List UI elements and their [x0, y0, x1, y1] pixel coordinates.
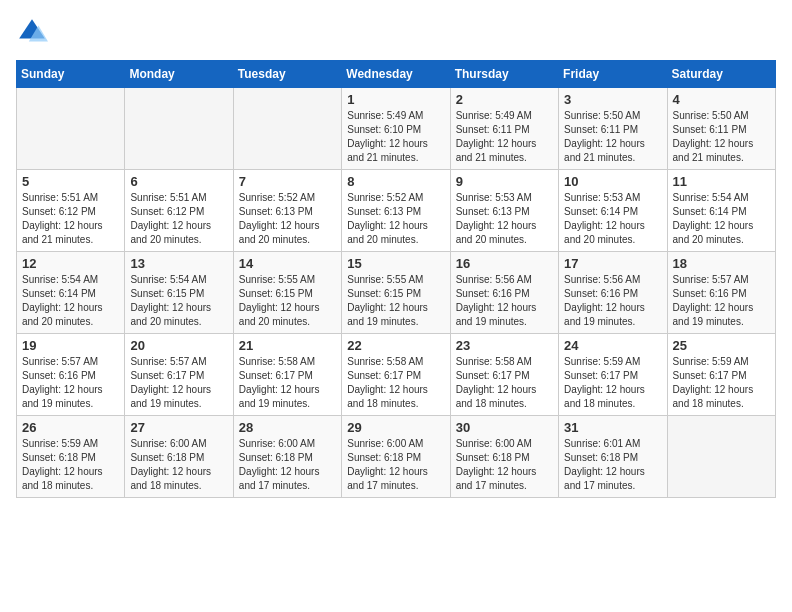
- day-info: Sunrise: 5:53 AM Sunset: 6:13 PM Dayligh…: [456, 191, 553, 247]
- calendar-cell: 7Sunrise: 5:52 AM Sunset: 6:13 PM Daylig…: [233, 170, 341, 252]
- day-info: Sunrise: 5:54 AM Sunset: 6:14 PM Dayligh…: [673, 191, 770, 247]
- day-info: Sunrise: 5:58 AM Sunset: 6:17 PM Dayligh…: [347, 355, 444, 411]
- day-number: 29: [347, 420, 444, 435]
- page-header: [16, 16, 776, 48]
- logo: [16, 16, 52, 48]
- calendar-cell: 9Sunrise: 5:53 AM Sunset: 6:13 PM Daylig…: [450, 170, 558, 252]
- day-info: Sunrise: 5:58 AM Sunset: 6:17 PM Dayligh…: [239, 355, 336, 411]
- day-number: 14: [239, 256, 336, 271]
- logo-icon: [16, 16, 48, 48]
- calendar-cell: [667, 416, 775, 498]
- calendar-cell: 13Sunrise: 5:54 AM Sunset: 6:15 PM Dayli…: [125, 252, 233, 334]
- calendar-cell: 12Sunrise: 5:54 AM Sunset: 6:14 PM Dayli…: [17, 252, 125, 334]
- day-number: 20: [130, 338, 227, 353]
- day-info: Sunrise: 5:55 AM Sunset: 6:15 PM Dayligh…: [347, 273, 444, 329]
- day-info: Sunrise: 5:51 AM Sunset: 6:12 PM Dayligh…: [22, 191, 119, 247]
- calendar-cell: 1Sunrise: 5:49 AM Sunset: 6:10 PM Daylig…: [342, 88, 450, 170]
- calendar-cell: 21Sunrise: 5:58 AM Sunset: 6:17 PM Dayli…: [233, 334, 341, 416]
- day-number: 11: [673, 174, 770, 189]
- day-info: Sunrise: 5:58 AM Sunset: 6:17 PM Dayligh…: [456, 355, 553, 411]
- calendar-cell: 4Sunrise: 5:50 AM Sunset: 6:11 PM Daylig…: [667, 88, 775, 170]
- day-number: 18: [673, 256, 770, 271]
- day-info: Sunrise: 5:56 AM Sunset: 6:16 PM Dayligh…: [456, 273, 553, 329]
- day-number: 1: [347, 92, 444, 107]
- day-number: 24: [564, 338, 661, 353]
- calendar-cell: 17Sunrise: 5:56 AM Sunset: 6:16 PM Dayli…: [559, 252, 667, 334]
- calendar-cell: [17, 88, 125, 170]
- day-info: Sunrise: 5:49 AM Sunset: 6:11 PM Dayligh…: [456, 109, 553, 165]
- day-info: Sunrise: 5:49 AM Sunset: 6:10 PM Dayligh…: [347, 109, 444, 165]
- day-info: Sunrise: 6:00 AM Sunset: 6:18 PM Dayligh…: [130, 437, 227, 493]
- calendar-cell: 22Sunrise: 5:58 AM Sunset: 6:17 PM Dayli…: [342, 334, 450, 416]
- calendar-cell: 3Sunrise: 5:50 AM Sunset: 6:11 PM Daylig…: [559, 88, 667, 170]
- calendar-cell: 27Sunrise: 6:00 AM Sunset: 6:18 PM Dayli…: [125, 416, 233, 498]
- calendar-cell: 16Sunrise: 5:56 AM Sunset: 6:16 PM Dayli…: [450, 252, 558, 334]
- day-number: 6: [130, 174, 227, 189]
- day-number: 25: [673, 338, 770, 353]
- day-header-thursday: Thursday: [450, 61, 558, 88]
- day-info: Sunrise: 5:52 AM Sunset: 6:13 PM Dayligh…: [347, 191, 444, 247]
- day-number: 28: [239, 420, 336, 435]
- calendar-week-row: 26Sunrise: 5:59 AM Sunset: 6:18 PM Dayli…: [17, 416, 776, 498]
- day-header-sunday: Sunday: [17, 61, 125, 88]
- day-number: 21: [239, 338, 336, 353]
- day-number: 17: [564, 256, 661, 271]
- calendar-cell: [125, 88, 233, 170]
- day-number: 5: [22, 174, 119, 189]
- day-number: 26: [22, 420, 119, 435]
- calendar-cell: [233, 88, 341, 170]
- day-info: Sunrise: 6:01 AM Sunset: 6:18 PM Dayligh…: [564, 437, 661, 493]
- day-info: Sunrise: 5:50 AM Sunset: 6:11 PM Dayligh…: [564, 109, 661, 165]
- calendar-cell: 30Sunrise: 6:00 AM Sunset: 6:18 PM Dayli…: [450, 416, 558, 498]
- day-info: Sunrise: 5:59 AM Sunset: 6:17 PM Dayligh…: [673, 355, 770, 411]
- day-number: 9: [456, 174, 553, 189]
- days-header-row: SundayMondayTuesdayWednesdayThursdayFrid…: [17, 61, 776, 88]
- calendar-week-row: 19Sunrise: 5:57 AM Sunset: 6:16 PM Dayli…: [17, 334, 776, 416]
- day-number: 27: [130, 420, 227, 435]
- day-number: 16: [456, 256, 553, 271]
- day-header-saturday: Saturday: [667, 61, 775, 88]
- day-number: 30: [456, 420, 553, 435]
- day-number: 19: [22, 338, 119, 353]
- day-number: 12: [22, 256, 119, 271]
- day-number: 13: [130, 256, 227, 271]
- calendar-cell: 23Sunrise: 5:58 AM Sunset: 6:17 PM Dayli…: [450, 334, 558, 416]
- day-info: Sunrise: 5:51 AM Sunset: 6:12 PM Dayligh…: [130, 191, 227, 247]
- day-number: 31: [564, 420, 661, 435]
- day-info: Sunrise: 6:00 AM Sunset: 6:18 PM Dayligh…: [239, 437, 336, 493]
- calendar-cell: 20Sunrise: 5:57 AM Sunset: 6:17 PM Dayli…: [125, 334, 233, 416]
- day-number: 10: [564, 174, 661, 189]
- calendar-cell: 24Sunrise: 5:59 AM Sunset: 6:17 PM Dayli…: [559, 334, 667, 416]
- day-info: Sunrise: 6:00 AM Sunset: 6:18 PM Dayligh…: [347, 437, 444, 493]
- calendar-table: SundayMondayTuesdayWednesdayThursdayFrid…: [16, 60, 776, 498]
- calendar-cell: 11Sunrise: 5:54 AM Sunset: 6:14 PM Dayli…: [667, 170, 775, 252]
- day-info: Sunrise: 5:55 AM Sunset: 6:15 PM Dayligh…: [239, 273, 336, 329]
- calendar-cell: 15Sunrise: 5:55 AM Sunset: 6:15 PM Dayli…: [342, 252, 450, 334]
- calendar-cell: 14Sunrise: 5:55 AM Sunset: 6:15 PM Dayli…: [233, 252, 341, 334]
- day-info: Sunrise: 5:59 AM Sunset: 6:17 PM Dayligh…: [564, 355, 661, 411]
- calendar-cell: 25Sunrise: 5:59 AM Sunset: 6:17 PM Dayli…: [667, 334, 775, 416]
- day-info: Sunrise: 5:59 AM Sunset: 6:18 PM Dayligh…: [22, 437, 119, 493]
- day-number: 7: [239, 174, 336, 189]
- calendar-cell: 10Sunrise: 5:53 AM Sunset: 6:14 PM Dayli…: [559, 170, 667, 252]
- calendar-cell: 18Sunrise: 5:57 AM Sunset: 6:16 PM Dayli…: [667, 252, 775, 334]
- day-header-wednesday: Wednesday: [342, 61, 450, 88]
- day-info: Sunrise: 6:00 AM Sunset: 6:18 PM Dayligh…: [456, 437, 553, 493]
- day-info: Sunrise: 5:54 AM Sunset: 6:14 PM Dayligh…: [22, 273, 119, 329]
- day-info: Sunrise: 5:50 AM Sunset: 6:11 PM Dayligh…: [673, 109, 770, 165]
- day-info: Sunrise: 5:56 AM Sunset: 6:16 PM Dayligh…: [564, 273, 661, 329]
- calendar-cell: 26Sunrise: 5:59 AM Sunset: 6:18 PM Dayli…: [17, 416, 125, 498]
- calendar-week-row: 5Sunrise: 5:51 AM Sunset: 6:12 PM Daylig…: [17, 170, 776, 252]
- calendar-week-row: 12Sunrise: 5:54 AM Sunset: 6:14 PM Dayli…: [17, 252, 776, 334]
- day-number: 22: [347, 338, 444, 353]
- day-header-monday: Monday: [125, 61, 233, 88]
- day-info: Sunrise: 5:57 AM Sunset: 6:16 PM Dayligh…: [673, 273, 770, 329]
- day-header-tuesday: Tuesday: [233, 61, 341, 88]
- day-number: 8: [347, 174, 444, 189]
- calendar-cell: 19Sunrise: 5:57 AM Sunset: 6:16 PM Dayli…: [17, 334, 125, 416]
- calendar-cell: 28Sunrise: 6:00 AM Sunset: 6:18 PM Dayli…: [233, 416, 341, 498]
- day-info: Sunrise: 5:52 AM Sunset: 6:13 PM Dayligh…: [239, 191, 336, 247]
- calendar-week-row: 1Sunrise: 5:49 AM Sunset: 6:10 PM Daylig…: [17, 88, 776, 170]
- day-info: Sunrise: 5:53 AM Sunset: 6:14 PM Dayligh…: [564, 191, 661, 247]
- day-number: 3: [564, 92, 661, 107]
